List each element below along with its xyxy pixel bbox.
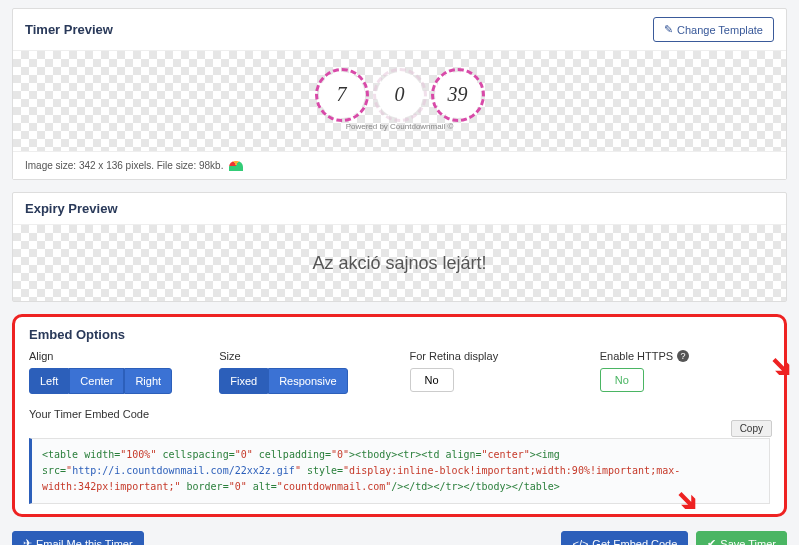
https-label-text: Enable HTTPS xyxy=(600,350,673,362)
https-label: Enable HTTPS ? xyxy=(600,350,770,362)
gauge-icon xyxy=(229,161,243,171)
size-segmented: Fixed Responsive xyxy=(219,368,389,394)
embed-code-wrap: Copy <table width="100%" cellspacing="0"… xyxy=(29,438,770,504)
retina-toggle[interactable]: No xyxy=(410,368,454,392)
align-segmented: Left Center Right xyxy=(29,368,199,394)
timer-digit-3: 39 xyxy=(435,72,481,118)
powered-by-text: Powered by Countdownmail © xyxy=(346,122,454,131)
timer-info-text: Image size: 342 x 136 pixels. File size:… xyxy=(25,160,223,171)
timer-preview-canvas: 7 0 39 Powered by Countdownmail © xyxy=(13,51,786,151)
get-embed-code-label: Get Embed Code xyxy=(592,538,677,546)
save-timer-label: Save Timer xyxy=(720,538,776,546)
retina-group: For Retina display No xyxy=(410,350,580,394)
email-timer-button[interactable]: ✈ Email Me this Timer xyxy=(12,531,144,545)
size-fixed-button[interactable]: Fixed xyxy=(219,368,268,394)
timer-circles: 7 0 39 xyxy=(319,72,481,118)
timer-preview-panel: Timer Preview ✎ Change Template 7 0 39 P… xyxy=(12,8,787,180)
expiry-preview-canvas: Az akció sajnos lejárt! xyxy=(13,225,786,301)
size-label: Size xyxy=(219,350,389,362)
align-group: Align Left Center Right xyxy=(29,350,199,394)
bottom-action-bar: ✈ Email Me this Timer </> Get Embed Code… xyxy=(12,531,787,545)
paper-plane-icon: ✈ xyxy=(23,537,32,545)
embed-code-label: Your Timer Embed Code xyxy=(29,408,770,420)
https-toggle[interactable]: No xyxy=(600,368,644,392)
timer-preview-header: Timer Preview ✎ Change Template xyxy=(13,9,786,51)
email-timer-label: Email Me this Timer xyxy=(36,538,133,546)
expiry-text: Az akció sajnos lejárt! xyxy=(312,253,486,274)
timer-info-bar: Image size: 342 x 136 pixels. File size:… xyxy=(13,151,786,179)
retina-label: For Retina display xyxy=(410,350,580,362)
timer-digit-2: 0 xyxy=(377,72,423,118)
size-group: Size Fixed Responsive xyxy=(219,350,389,394)
expiry-preview-panel: Expiry Preview Az akció sajnos lejárt! xyxy=(12,192,787,302)
align-left-button[interactable]: Left xyxy=(29,368,69,394)
timer-preview-title: Timer Preview xyxy=(25,22,113,37)
save-timer-button[interactable]: ✔ Save Timer xyxy=(696,531,787,545)
align-label: Align xyxy=(29,350,199,362)
timer-digit-1: 7 xyxy=(319,72,365,118)
help-icon[interactable]: ? xyxy=(677,350,689,362)
get-embed-code-button[interactable]: </> Get Embed Code xyxy=(561,531,688,545)
https-group: Enable HTTPS ? No xyxy=(600,350,770,394)
code-icon: </> xyxy=(572,538,588,546)
expiry-preview-title: Expiry Preview xyxy=(25,201,118,216)
embed-options-panel: Embed Options Align Left Center Right Si… xyxy=(12,314,787,517)
align-center-button[interactable]: Center xyxy=(69,368,124,394)
embed-code-box[interactable]: <table width="100%" cellspacing="0" cell… xyxy=(29,438,770,504)
change-template-button[interactable]: ✎ Change Template xyxy=(653,17,774,42)
align-right-button[interactable]: Right xyxy=(124,368,172,394)
copy-button[interactable]: Copy xyxy=(731,420,772,437)
embed-options-title: Embed Options xyxy=(29,327,770,342)
check-icon: ✔ xyxy=(707,537,716,545)
magic-wand-icon: ✎ xyxy=(664,23,673,36)
expiry-preview-header: Expiry Preview xyxy=(13,193,786,225)
size-responsive-button[interactable]: Responsive xyxy=(268,368,347,394)
change-template-label: Change Template xyxy=(677,24,763,36)
